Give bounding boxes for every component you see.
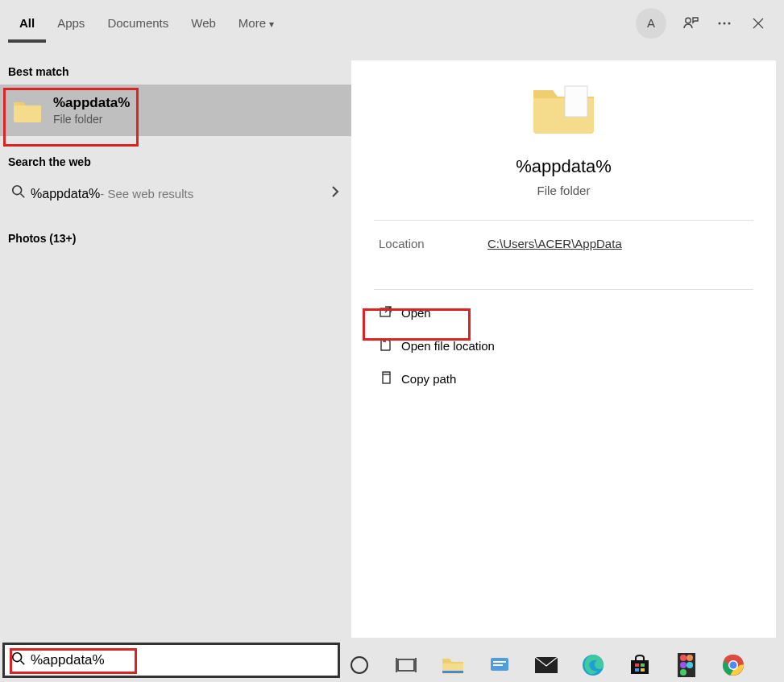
folder-location-icon <box>379 337 401 354</box>
app-icon[interactable] <box>487 652 512 678</box>
svg-point-3 <box>728 22 731 24</box>
svg-rect-18 <box>635 663 639 667</box>
svg-rect-13 <box>493 661 506 663</box>
preview-title: %appdata% <box>516 156 612 177</box>
svg-rect-17 <box>631 660 649 674</box>
best-match-title: %appdata% <box>53 95 130 111</box>
svg-rect-10 <box>398 659 414 671</box>
user-avatar[interactable]: A <box>636 8 666 39</box>
file-explorer-icon[interactable] <box>440 652 466 678</box>
svg-point-0 <box>686 18 691 23</box>
open-icon <box>379 304 401 321</box>
search-icon <box>11 651 31 669</box>
edge-icon[interactable] <box>580 652 606 678</box>
action-copy-path[interactable]: Copy path <box>351 362 776 395</box>
results-panel: Best match %appdata% File folder Search … <box>0 46 351 638</box>
svg-point-27 <box>680 669 687 676</box>
photos-heading[interactable]: Photos (13+) <box>0 213 351 251</box>
svg-rect-19 <box>641 663 645 667</box>
tab-more[interactable]: More <box>227 3 285 43</box>
action-open-location[interactable]: Open file location <box>351 329 776 362</box>
svg-point-23 <box>680 655 687 661</box>
svg-point-24 <box>687 655 693 661</box>
svg-rect-5 <box>565 86 587 117</box>
figma-icon[interactable] <box>674 652 699 678</box>
task-view-icon[interactable] <box>393 652 419 678</box>
copy-icon <box>379 370 401 387</box>
web-result-hint: - See web results <box>100 187 193 200</box>
taskbar <box>346 652 746 678</box>
svg-rect-11 <box>442 671 463 673</box>
tab-all[interactable]: All <box>8 3 46 43</box>
action-copy-path-label: Copy path <box>401 372 456 386</box>
close-icon[interactable] <box>749 14 768 33</box>
search-input-text: %appdata% <box>31 652 105 668</box>
svg-point-2 <box>724 22 726 24</box>
preview-subtitle: File folder <box>537 184 591 197</box>
more-options-icon[interactable] <box>715 14 734 33</box>
preview-folder-icon <box>529 78 598 138</box>
svg-point-26 <box>687 662 693 668</box>
web-result-text: %appdata% <box>31 187 100 201</box>
svg-rect-20 <box>635 668 639 672</box>
web-result-row[interactable]: %appdata% - See web results <box>0 175 351 213</box>
action-open-label: Open <box>401 306 431 320</box>
best-match-subtitle: File folder <box>53 113 130 126</box>
search-icon <box>11 184 31 203</box>
tab-documents[interactable]: Documents <box>96 3 180 43</box>
svg-rect-21 <box>641 668 645 672</box>
action-open-location-label: Open file location <box>401 339 495 353</box>
best-match-result[interactable]: %appdata% File folder <box>0 85 351 136</box>
cortana-icon[interactable] <box>346 652 372 678</box>
chevron-right-icon <box>330 185 340 202</box>
best-match-heading: Best match <box>0 46 351 85</box>
search-web-heading: Search the web <box>0 136 351 175</box>
chrome-icon[interactable] <box>720 652 746 678</box>
action-open[interactable]: Open <box>351 296 776 329</box>
tab-web[interactable]: Web <box>180 3 227 43</box>
search-bar[interactable]: %appdata% <box>2 643 340 678</box>
svg-point-8 <box>13 653 22 662</box>
mail-icon[interactable] <box>533 652 559 678</box>
svg-point-4 <box>13 186 22 195</box>
preview-panel: %appdata% File folder Location C:\Users\… <box>351 60 776 638</box>
search-tabs: All Apps Documents Web More A <box>0 0 784 46</box>
svg-point-1 <box>719 22 721 24</box>
svg-point-9 <box>351 657 367 673</box>
svg-rect-14 <box>493 664 503 666</box>
svg-point-25 <box>680 662 687 668</box>
svg-rect-7 <box>383 374 390 383</box>
tab-apps[interactable]: Apps <box>46 3 96 43</box>
location-path[interactable]: C:\Users\ACER\AppData <box>487 237 622 250</box>
feedback-icon[interactable] <box>681 14 700 33</box>
location-label: Location <box>379 237 487 250</box>
svg-point-31 <box>730 662 737 669</box>
action-list: Open Open file location Copy path <box>351 290 776 402</box>
store-icon[interactable] <box>627 652 653 678</box>
folder-icon <box>11 94 44 126</box>
